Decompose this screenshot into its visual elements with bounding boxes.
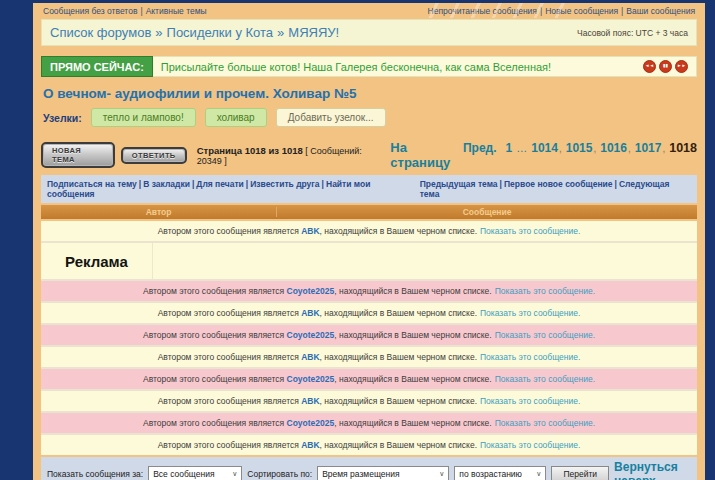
blocked-message-text: , находящийся в Вашем черном списке. (320, 440, 477, 450)
current-page: 1018 (669, 141, 697, 155)
tags-label: Узелки: (43, 112, 82, 124)
prev-page-link[interactable]: Пред. (463, 141, 497, 155)
new-messages-link[interactable]: Новые сообщения (545, 6, 618, 16)
username-link[interactable]: ABK (301, 226, 319, 236)
right-now-label: ПРЯМО СЕЙЧАС: (41, 56, 153, 77)
blocked-message-row: Автором этого сообщения является Coyote2… (41, 325, 697, 345)
page-link[interactable]: 1014 (531, 141, 558, 155)
new-topic-button[interactable]: НОВАЯ ТЕМА (41, 142, 115, 168)
message-column-header: Сообщение (277, 207, 697, 217)
your-messages-link[interactable]: Ваши сообщения (626, 6, 695, 16)
divider: | (140, 6, 142, 16)
tag-teplo-i-lampovo[interactable]: тепло и лампово! (91, 108, 196, 127)
topic-title: О вечном- аудиофилии и прочем. Холивар №… (43, 86, 697, 101)
username-link[interactable]: Coyote2025 (287, 374, 335, 384)
ticker-strip: Присылайте больше котов! Наша Галерея бе… (153, 56, 697, 77)
blocked-message-text: Автором этого сообщения является (158, 396, 299, 406)
blocked-message-row: Автором этого сообщения является Coyote2… (41, 369, 697, 389)
blocked-message-text: Автором этого сообщения является (158, 352, 299, 362)
add-tag-button[interactable]: Добавить узелок... (276, 108, 386, 127)
pause-icon[interactable]: ▮▮ (659, 60, 672, 73)
divider: | (621, 6, 623, 16)
divider: | (192, 179, 194, 189)
posts-list: Автором этого сообщения является ABK, на… (41, 221, 697, 455)
sort-order-select[interactable]: по возрастанию∨ (454, 466, 546, 480)
top-links-bar: Сообщения без ответов|Активные темы Непр… (41, 3, 697, 19)
unanswered-posts-link[interactable]: Сообщения без ответов (43, 6, 137, 16)
blocked-message-text: , находящийся в Вашем черном списке. (320, 308, 477, 318)
fast-forward-icon[interactable]: ►► (675, 60, 688, 73)
page-link[interactable]: 1015 (566, 141, 593, 155)
breadcrumb-bar: Список форумов»Посиделки у Кота»МЯЯЯУ! Ч… (41, 19, 697, 46)
username-link[interactable]: ABK (301, 440, 319, 450)
unread-messages-link[interactable]: Непрочитанные сообщения (428, 6, 537, 16)
breadcrumb-separator: » (277, 25, 284, 40)
breadcrumb: Список форумов»Посиделки у Кота»МЯЯЯУ! (50, 25, 339, 40)
topic-toolbar: Подписаться на тему|В закладки|Для печат… (41, 175, 697, 203)
blocked-message-text: Автором этого сообщения является (158, 226, 299, 236)
breadcrumb-forum-index-link[interactable]: Список форумов (50, 25, 151, 40)
username-link[interactable]: Coyote2025 (287, 330, 335, 340)
ticker-controls: ◄◄ ▮▮ ►► (643, 60, 688, 73)
blocked-message-text: , находящийся в Вашем черном списке. (334, 374, 491, 384)
page-number-label: Страница 1018 из 1018 (197, 145, 303, 156)
blocked-message-text: , находящийся в Вашем черном списке. (320, 226, 477, 236)
goto-page-label: На страницу (390, 140, 454, 170)
pagination-comma: , (559, 143, 562, 154)
tag-holivar[interactable]: холивар (205, 108, 267, 127)
username-link[interactable]: Coyote2025 (287, 286, 335, 296)
tags-row: Узелки: тепло и лампово! холивар Добавит… (43, 108, 697, 127)
username-link[interactable]: ABK (301, 396, 319, 406)
page-info: Страница 1018 из 1018 [ Сообщений: 20349… (197, 145, 385, 166)
blocked-message-text: , находящийся в Вашем черном списке. (320, 396, 477, 406)
show-message-link[interactable]: Показать это сообщение. (480, 352, 580, 362)
previous-topic-link[interactable]: Предыдущая тема (420, 179, 498, 189)
blocked-message-row: Автором этого сообщения является ABK, на… (41, 347, 697, 367)
show-message-link[interactable]: Показать это сообщение. (480, 226, 580, 236)
rewind-icon[interactable]: ◄◄ (643, 60, 656, 73)
blocked-message-text: Автором этого сообщения является (143, 418, 284, 428)
show-posts-select[interactable]: Все сообщения∨ (148, 466, 242, 480)
show-posts-label: Показать сообщения за: (47, 469, 143, 479)
page-link[interactable]: 1016 (600, 141, 627, 155)
ad-label: Реклама (41, 243, 153, 279)
display-controls-bar: Показать сообщения за: Все сообщения∨ Со… (41, 457, 697, 480)
page-link-first[interactable]: 1 (506, 141, 513, 155)
email-friend-link[interactable]: Известить друга (250, 179, 319, 189)
bookmark-link[interactable]: В закладки (143, 179, 190, 189)
blocked-message-row: Автором этого сообщения является Coyote2… (41, 281, 697, 301)
show-message-link[interactable]: Показать это сообщение. (480, 440, 580, 450)
divider: | (246, 179, 248, 189)
breadcrumb-forum-link[interactable]: МЯЯЯУ! (288, 25, 339, 40)
go-button[interactable]: Перейти (551, 466, 609, 480)
timezone-label: Часовой пояс: UTC + 3 часа (577, 28, 688, 38)
username-link[interactable]: ABK (301, 308, 319, 318)
show-message-link[interactable]: Показать это сообщение. (495, 330, 595, 340)
username-link[interactable]: ABK (301, 352, 319, 362)
print-view-link[interactable]: Для печати (196, 179, 243, 189)
show-message-link[interactable]: Показать это сообщение. (480, 308, 580, 318)
blocked-message-text: , находящийся в Вашем черном списке. (334, 330, 491, 340)
first-new-post-link[interactable]: Первое новое сообщение (504, 179, 613, 189)
show-message-link[interactable]: Показать это сообщение. (495, 286, 595, 296)
posts-table-header: Автор Сообщение (41, 205, 697, 219)
page-link[interactable]: 1017 (635, 141, 662, 155)
show-message-link[interactable]: Показать это сообщение. (495, 418, 595, 428)
blocked-message-text: , находящийся в Вашем черном списке. (334, 286, 491, 296)
sort-by-select[interactable]: Время размещения∨ (317, 466, 449, 480)
pagination-ellipsis: … (516, 142, 527, 154)
chevron-down-icon: ∨ (439, 470, 444, 478)
breadcrumb-category-link[interactable]: Посиделки у Кота (167, 25, 274, 40)
username-link[interactable]: Coyote2025 (287, 418, 335, 428)
active-topics-link[interactable]: Активные темы (146, 6, 207, 16)
ad-row: Реклама (41, 243, 697, 279)
back-to-top-link[interactable]: Вернуться наверх (614, 460, 691, 480)
show-message-link[interactable]: Показать это сообщение. (495, 374, 595, 384)
sort-by-label: Сортировать по: (247, 469, 312, 479)
subscribe-topic-link[interactable]: Подписаться на тему (47, 179, 137, 189)
top-links-left: Сообщения без ответов|Активные темы (43, 6, 207, 16)
reply-button[interactable]: ОТВЕТИТЬ (121, 147, 187, 164)
show-message-link[interactable]: Показать это сообщение. (480, 396, 580, 406)
pagination-top: На страницу Пред. 1 … 1014, 1015, 1016, … (390, 140, 697, 170)
blocked-message-text: , находящийся в Вашем черном списке. (334, 418, 491, 428)
